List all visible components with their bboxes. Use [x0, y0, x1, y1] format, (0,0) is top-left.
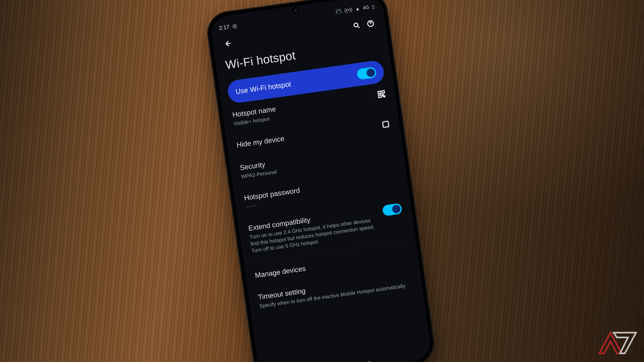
svg-rect-5: [382, 121, 389, 127]
network-type: 4G: [362, 4, 370, 10]
svg-rect-2: [378, 91, 380, 94]
status-time: 2:17: [218, 24, 230, 31]
help-button[interactable]: [363, 16, 378, 31]
master-toggle-switch[interactable]: [356, 66, 377, 80]
help-icon: [366, 19, 375, 28]
back-button[interactable]: [220, 36, 235, 51]
hotspot-active-icon: ((•)): [344, 7, 353, 13]
screen: 2:17 ◎ 📳 ((•)) ▲ 4G ▯: [209, 0, 432, 362]
phone-frame: 2:17 ◎ 📳 ((•)) ▲ 4G ▯: [204, 0, 437, 362]
master-toggle-label: Use Wi-Fi hotspot: [235, 80, 292, 96]
arrow-left-icon: [223, 39, 232, 48]
vibrate-icon: 📳: [335, 8, 342, 14]
extend-compat-switch[interactable]: [382, 203, 402, 216]
status-app-icon: ◎: [232, 22, 237, 29]
qr-code-icon: [377, 89, 386, 99]
hide-device-checkbox[interactable]: [381, 120, 390, 130]
svg-rect-4: [378, 95, 381, 98]
battery-icon: ▯: [372, 3, 375, 9]
gesture-nav-pill[interactable]: [320, 361, 371, 362]
watermark-logo-icon: [596, 330, 638, 357]
qr-code-button[interactable]: [370, 89, 386, 100]
svg-point-0: [354, 23, 358, 27]
svg-rect-3: [382, 91, 384, 93]
search-icon: [352, 21, 361, 30]
search-button[interactable]: [350, 18, 364, 33]
checkbox-unchecked-icon: [381, 120, 390, 129]
signal-icon: ▲: [355, 5, 360, 12]
site-watermark: [596, 330, 638, 357]
